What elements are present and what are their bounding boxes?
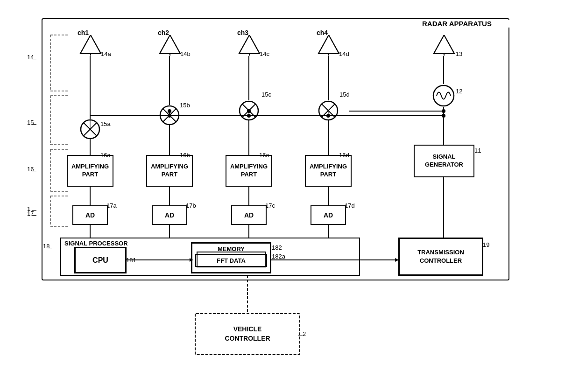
mixer-15c [239, 100, 259, 121]
radar-apparatus-title: RADAR APPARATUS [420, 20, 556, 28]
ref-15a: 15a [100, 120, 111, 127]
ref-15d: 15d [339, 91, 350, 98]
ref-15b: 15b [180, 102, 190, 109]
svg-marker-58 [80, 35, 101, 54]
ref-182a: 182a [272, 253, 285, 260]
ref-14c: 14c [260, 50, 269, 57]
ref-14b: 14b [180, 50, 191, 57]
ref-181: 181 [126, 257, 136, 264]
amp-16c: AMPLIFYING PART [226, 155, 272, 187]
signal-gen-box: SIGNAL GENERATOR [414, 145, 474, 177]
antenna-ch1 [79, 35, 102, 56]
ref-14d: 14d [339, 50, 349, 57]
ref-19: 19 [483, 241, 489, 248]
fft-box: FFT DATA [195, 254, 267, 267]
ref-16d: 16d [339, 152, 349, 159]
memory-box: MEMORY FFT DATA [191, 243, 271, 273]
svg-marker-66 [434, 35, 454, 54]
antenna-13 [432, 35, 456, 56]
oscillator-12 [432, 84, 455, 107]
vehicle-controller-box: VEHICLECONTROLLER [195, 314, 300, 355]
page-container: RADAR APPARATUS 1 ─ 14 ─ 15 ─ 16 ─ 17 ─ … [0, 0, 579, 392]
antenna-ch3 [238, 35, 261, 56]
antenna-ch4 [317, 35, 340, 56]
amp-16d: AMPLIFYING PART [305, 155, 352, 187]
ref-12: 12 [456, 88, 462, 95]
ref-13: 13 [456, 50, 462, 57]
ref-11: 11 [474, 147, 481, 154]
ref-17a: 17a [106, 202, 117, 209]
svg-marker-64 [318, 35, 339, 54]
ref-2: 2 [303, 330, 306, 337]
mixer-15d [318, 100, 339, 121]
ref-17c: 17c [265, 202, 275, 209]
ref-17d: 17d [345, 202, 355, 209]
svg-marker-56 [395, 258, 399, 262]
mixer-15b [159, 105, 180, 126]
ad-17c: AD [231, 205, 267, 225]
ref-182: 182 [272, 244, 282, 251]
svg-point-22 [442, 109, 445, 113]
svg-marker-60 [160, 35, 180, 54]
amp-16a: AMPLIFYING PART [67, 155, 113, 187]
svg-point-28 [442, 114, 445, 118]
ref-15c: 15c [261, 91, 271, 98]
svg-point-68 [433, 85, 454, 106]
ref-17b: 17b [186, 202, 196, 209]
ad-17d: AD [311, 205, 346, 225]
amp-16b: AMPLIFYING PART [146, 155, 193, 187]
diagram-area: RADAR APPARATUS 1 ─ 14 ─ 15 ─ 16 ─ 17 ─ … [14, 9, 565, 383]
ad-17a: AD [72, 205, 108, 225]
svg-marker-62 [239, 35, 260, 54]
ref-16c: 16c [259, 152, 269, 159]
antenna-ch2 [158, 35, 182, 56]
trans-ctrl-box: TRANSMISSION CONTROLLER [399, 238, 483, 275]
signal-proc-label: SIGNAL PROCESSOR [64, 240, 128, 247]
ref-16b: 16b [180, 152, 190, 159]
mixer-15a [80, 119, 100, 140]
ref-16a: 16a [100, 152, 111, 159]
ref-14a: 14a [101, 50, 111, 57]
cpu-box: CPU [75, 247, 126, 273]
ad-17b: AD [152, 205, 187, 225]
